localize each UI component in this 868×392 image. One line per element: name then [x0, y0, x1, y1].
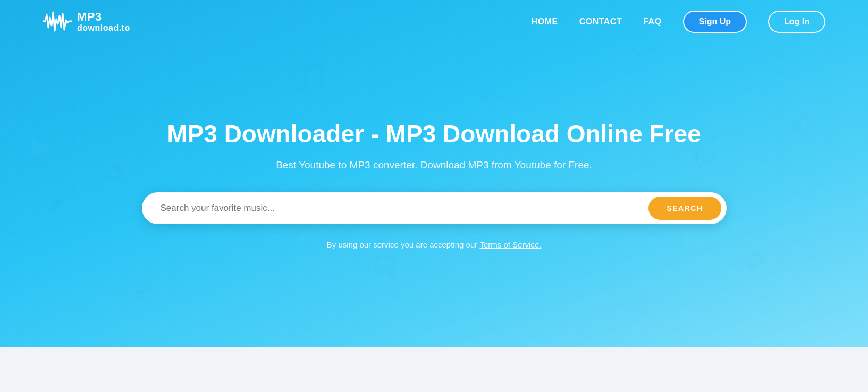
hero-section: ♪ ♫ 🎵 ♪ ♫ 🎶 ♪ ▶ 🔊 🎤 ♬ 🎸 ♪ ▶ 🎧 ♫ 🎵 ♪ 🎶 ♫ … — [0, 0, 868, 347]
terms-link[interactable]: Terms of Service. — [479, 240, 541, 249]
nav-links: HOME CONTACT FAQ Sign Up Log In — [532, 11, 825, 33]
terms-text: By using our service you are accepting o… — [327, 240, 542, 249]
logo-wave-icon — [43, 10, 72, 33]
logo-text: MP3 download.to — [77, 11, 130, 33]
bottom-strip — [0, 347, 868, 392]
navbar: MP3 download.to HOME CONTACT FAQ Sign Up… — [0, 0, 868, 43]
nav-home[interactable]: HOME — [532, 17, 558, 27]
nav-contact[interactable]: CONTACT — [579, 17, 622, 27]
logo-mp3: MP3 — [77, 11, 130, 23]
hero-title: MP3 Downloader - MP3 Download Online Fre… — [167, 120, 701, 149]
page-wrapper: ♪ ♫ 🎵 ♪ ♫ 🎶 ♪ ▶ 🔊 🎤 ♬ 🎸 ♪ ▶ 🎧 ♫ 🎵 ♪ 🎶 ♫ … — [0, 0, 868, 392]
nav-faq[interactable]: FAQ — [643, 17, 661, 27]
hero-subtitle: Best Youtube to MP3 converter. Download … — [276, 159, 592, 171]
search-input[interactable] — [161, 198, 644, 219]
search-container: SEARCH — [142, 192, 727, 224]
search-button[interactable]: SEARCH — [648, 197, 721, 220]
logo-link[interactable]: MP3 download.to — [43, 10, 130, 33]
signup-button[interactable]: Sign Up — [683, 11, 747, 33]
search-bar: SEARCH — [142, 192, 727, 224]
terms-prefix: By using our service you are accepting o… — [327, 240, 480, 249]
logo-domain: download.to — [77, 23, 130, 33]
login-button[interactable]: Log In — [768, 11, 825, 33]
hero-content: MP3 Downloader - MP3 Download Online Fre… — [0, 43, 868, 315]
